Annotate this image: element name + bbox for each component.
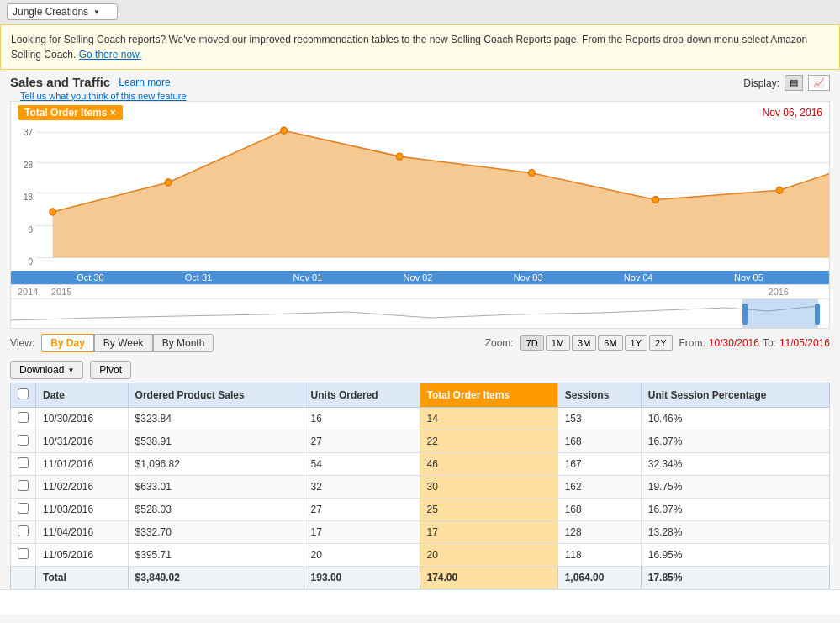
col-header-sessions: Sessions: [557, 383, 641, 408]
row-checkbox-2[interactable]: [18, 457, 29, 468]
zoom-7d-btn[interactable]: 7D: [520, 335, 544, 351]
learn-more-link[interactable]: Learn more: [119, 77, 170, 88]
year-2015: 2015: [51, 287, 102, 297]
x-label-nov02: Nov 02: [404, 272, 433, 282]
download-btn[interactable]: Download: [10, 361, 83, 379]
table-footer-row: Total $3,849.02 193.00 174.00 1,064.00 1…: [11, 567, 830, 589]
y-label-0: 0: [14, 257, 33, 267]
go-there-link[interactable]: Go there now.: [79, 49, 142, 61]
table-row: 10/31/2016$538.91272216816.07%: [11, 430, 830, 453]
table-cell-r4-c4: 25: [420, 499, 557, 521]
col-header-date: Date: [36, 383, 129, 408]
zoom-3m-btn[interactable]: 3M: [572, 335, 596, 351]
col-header-units-ordered: Units Ordered: [304, 383, 420, 408]
action-bar: Download Pivot: [0, 357, 840, 383]
row-checkbox-3[interactable]: [18, 480, 29, 491]
x-label-nov04: Nov 04: [624, 272, 653, 282]
chart-header: Total Order Items × Nov 06, 2016: [11, 102, 829, 124]
row-checkbox-5[interactable]: [18, 525, 29, 536]
col-header-total-order-items: Total Order Items: [420, 383, 557, 408]
table-cell-r4-c0: [11, 499, 36, 521]
zoom-1y-btn[interactable]: 1Y: [625, 335, 647, 351]
svg-point-11: [652, 196, 659, 203]
table-cell-r6-c1: 11/05/2016: [36, 544, 129, 567]
table-cell-r4-c5: 168: [557, 499, 641, 521]
table-cell-r3-c6: 19.75%: [641, 476, 829, 499]
y-label-18: 18: [14, 193, 33, 202]
timeline-svg: [11, 299, 829, 328]
table-cell-r5-c1: 11/04/2016: [36, 521, 129, 544]
select-all-checkbox[interactable]: [18, 388, 29, 399]
selling-coach-banner: Looking for Selling Coach reports? We've…: [0, 24, 840, 70]
zoom-6m-btn[interactable]: 6M: [598, 335, 622, 351]
zoom-2y-btn[interactable]: 2Y: [649, 335, 672, 351]
table-cell-r0-c4: 14: [420, 408, 557, 430]
table-row: 11/03/2016$528.03272516816.07%: [11, 499, 830, 521]
data-table-wrapper: Date Ordered Product Sales Units Ordered…: [10, 383, 830, 589]
table-cell-r6-c4: 20: [420, 544, 557, 567]
table-cell-r2-c6: 32.34%: [641, 453, 829, 476]
y-axis: 37 28 18 9 0: [11, 124, 36, 271]
table-cell-r0-c3: 16: [304, 408, 420, 430]
table-row: 11/05/2016$395.71202011816.95%: [11, 544, 830, 567]
footer-total-order-items: 174.00: [420, 567, 557, 589]
row-checkbox-0[interactable]: [18, 412, 29, 423]
table-cell-r6-c2: $395.71: [128, 544, 304, 567]
table-cell-r6-c0: [11, 544, 36, 567]
date-range: From: 10/30/2016 To: 11/05/2016: [679, 337, 830, 349]
controls-bar: View: By Day By Week By Month Zoom: 7D 1…: [0, 329, 840, 357]
chart-tag-label: Total Order Items ×: [24, 107, 116, 119]
display-chart-btn[interactable]: 📈: [808, 75, 830, 91]
display-controls: Display: ▤ 📈: [743, 75, 830, 91]
footer-check-col: [11, 567, 36, 589]
table-cell-r6-c5: 118: [557, 544, 641, 567]
table-cell-r0-c5: 153: [557, 408, 641, 430]
footer-total-label: Total: [36, 567, 129, 589]
x-label-nov03: Nov 03: [514, 272, 543, 282]
view-by-month-btn[interactable]: By Month: [153, 334, 214, 352]
table-cell-r1-c0: [11, 430, 36, 453]
table-cell-r5-c3: 17: [304, 521, 420, 544]
chart-svg: [36, 124, 829, 271]
table-cell-r3-c0: [11, 476, 36, 499]
svg-point-6: [50, 209, 56, 215]
feedback-link[interactable]: Tell us what you think of this new featu…: [20, 91, 187, 101]
year-labels-row: 2014 2015 2016: [11, 284, 829, 298]
table-cell-r4-c6: 16.07%: [641, 499, 829, 521]
table-header-row: Date Ordered Product Sales Units Ordered…: [11, 383, 830, 408]
display-label: Display:: [743, 77, 779, 89]
table-body: 10/30/2016$323.84161415310.46%10/31/2016…: [11, 408, 830, 567]
x-label-oct31: Oct 31: [185, 272, 212, 282]
page-title: Sales and Traffic: [10, 75, 110, 89]
view-by-week-btn[interactable]: By Week: [94, 334, 153, 352]
chart-tag[interactable]: Total Order Items ×: [18, 105, 123, 120]
footer-unit-session-pct: 17.85%: [641, 567, 829, 589]
svg-marker-5: [53, 130, 829, 257]
pivot-btn[interactable]: Pivot: [90, 361, 131, 379]
row-checkbox-6[interactable]: [18, 548, 29, 559]
zoom-controls: 7D 1M 3M 6M 1Y 2Y: [520, 335, 673, 351]
display-table-btn[interactable]: ▤: [785, 75, 803, 91]
svg-point-7: [165, 179, 172, 186]
view-label: View:: [10, 337, 34, 349]
store-dropdown[interactable]: Jungle Creations: [7, 3, 118, 20]
table-cell-r3-c2: $633.01: [128, 476, 304, 499]
table-cell-r0-c0: [11, 408, 36, 430]
row-checkbox-1[interactable]: [18, 435, 29, 446]
table-cell-r1-c4: 22: [420, 430, 557, 453]
section-header: Sales and Traffic Learn more Tell us wha…: [0, 70, 840, 101]
footer-ordered-sales: $3,849.02: [128, 567, 304, 589]
zoom-1m-btn[interactable]: 1M: [546, 335, 570, 351]
row-checkbox-4[interactable]: [18, 503, 29, 514]
table-cell-r0-c1: 10/30/2016: [36, 408, 129, 430]
table-cell-r4-c3: 27: [304, 499, 420, 521]
svg-point-8: [281, 127, 288, 134]
view-by-day-btn[interactable]: By Day: [41, 334, 94, 352]
table-cell-r3-c5: 162: [557, 476, 641, 499]
top-bar: Jungle Creations: [0, 0, 840, 24]
table-row: 11/04/2016$332.70171712813.28%: [11, 521, 830, 544]
x-label-nov01: Nov 01: [293, 272, 322, 282]
table-row: 11/02/2016$633.01323016219.75%: [11, 476, 830, 499]
svg-rect-15: [742, 304, 748, 325]
table-cell-r2-c0: [11, 453, 36, 476]
